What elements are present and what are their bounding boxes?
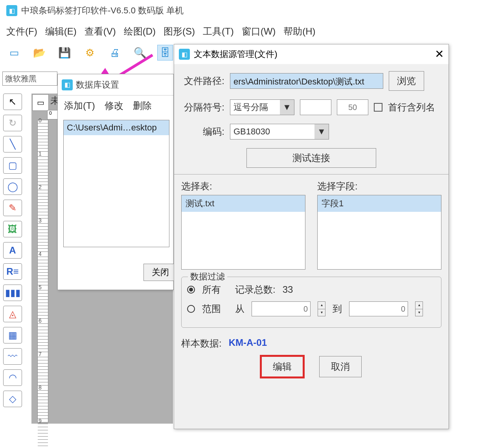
menu-shape[interactable]: 图形(S) [164, 25, 195, 38]
barcode-tool-icon[interactable]: ▮▮▮ [3, 285, 22, 301]
db-window-menu: 添加(T) 修改 删除 [58, 95, 173, 116]
separator-value: 逗号分隔 [233, 101, 268, 113]
line-tool-icon[interactable]: ╲ [3, 136, 22, 152]
radio-range-label: 范围 [202, 303, 221, 315]
curve-tool-icon[interactable]: 〰 [3, 348, 22, 365]
select-table-label: 选择表: [181, 180, 305, 193]
encoding-value: GB18030 [233, 127, 270, 137]
refresh-tool-icon[interactable]: ↻ [3, 115, 22, 131]
field-list-item[interactable]: 字段1 [318, 195, 441, 212]
first-row-checkbox[interactable] [374, 103, 382, 112]
separator-label: 分隔符号: [181, 101, 224, 114]
menu-tool[interactable]: 工具(T) [203, 25, 234, 38]
table-list-item[interactable]: 测试.txt [182, 195, 305, 212]
browse-button[interactable]: 浏览 [389, 71, 424, 91]
db-connection-list[interactable]: C:\Users\Admi…esktop [63, 120, 169, 247]
sample-value: KM-A-01 [229, 337, 267, 350]
preview-icon[interactable]: 🔍 [132, 45, 148, 61]
test-connection-button[interactable]: 测试连接 [246, 148, 376, 168]
encoding-label: 编码: [181, 125, 224, 138]
font-name-input[interactable] [2, 72, 57, 86]
ds-titlebar: ◧ 文本数据源管理(文件) ✕ [174, 44, 449, 64]
database-settings-window: ◧ 数据库设置 添加(T) 修改 删除 C:\Users\Admi…esktop… [57, 74, 174, 290]
db-close-button[interactable]: 关闭 [143, 264, 177, 281]
from-spinner[interactable]: ▴▾ [318, 301, 325, 316]
ellipse-tool-icon[interactable]: ◯ [3, 178, 22, 195]
separator-line [174, 174, 449, 174]
left-toolbar: ↖ ↻ ╲ ▢ ◯ ✎ 🖼 A R≡ ▮▮▮ ◬ ▦ 〰 ◠ ◇ [3, 94, 26, 407]
chevron-down-icon: ▼ [314, 124, 329, 139]
ds-body: 文件路径: ers\Administrator\Desktop\测试.txt 浏… [174, 64, 449, 377]
to-input[interactable] [349, 301, 408, 316]
datasource-dialog: ◧ 文本数据源管理(文件) ✕ 文件路径: ers\Administrator\… [174, 44, 449, 429]
radio-range[interactable] [187, 305, 195, 313]
to-label: 到 [333, 303, 342, 315]
triangle-tool-icon[interactable]: ◬ [3, 306, 22, 322]
text-r-tool-icon[interactable]: R≡ [3, 263, 22, 280]
close-icon[interactable]: ✕ [435, 48, 444, 61]
menu-file[interactable]: 文件(F) [6, 25, 37, 38]
new-icon[interactable]: ▭ [6, 45, 22, 61]
db-delete-menu[interactable]: 删除 [133, 99, 152, 112]
settings-icon[interactable]: ⚙ [82, 45, 97, 61]
new-doc-tab-icon[interactable]: ▭ [32, 94, 49, 111]
data-filter-group: 数据过滤 所有 记录总数: 33 范围 从 ▴▾ 到 ▴▾ [181, 277, 441, 328]
menu-edit[interactable]: 编辑(E) [45, 25, 77, 38]
path-input[interactable]: ers\Administrator\Desktop\测试.txt [230, 73, 383, 89]
menu-bar: 文件(F) 编辑(E) 查看(V) 绘图(D) 图形(S) 工具(T) 窗口(W… [0, 21, 478, 42]
pen-tool-icon[interactable]: ✎ [3, 200, 22, 216]
save-icon[interactable]: 💾 [57, 45, 72, 61]
shape-tool-icon[interactable]: ◇ [3, 391, 22, 407]
db-add-menu[interactable]: 添加(T) [64, 99, 95, 112]
db-list-item[interactable]: C:\Users\Admi…esktop [64, 120, 169, 135]
menu-help[interactable]: 帮助(H) [283, 25, 315, 38]
qrcode-tool-icon[interactable]: ▦ [3, 327, 22, 343]
encoding-select[interactable]: GB18030 ▼ [230, 124, 329, 140]
chevron-down-icon: ▼ [280, 100, 294, 115]
db-window-title: 数据库设置 [76, 79, 119, 91]
cursor-tool-icon[interactable]: ↖ [3, 94, 22, 110]
sample-label: 样本数据: [181, 337, 222, 350]
filter-legend: 数据过滤 [188, 271, 227, 283]
ds-dialog-title: 文本数据源管理(文件) [194, 48, 278, 60]
arc-tool-icon[interactable]: ◠ [3, 369, 22, 386]
record-count-label: 记录总数: [235, 283, 276, 296]
menu-window[interactable]: 窗口(W) [242, 25, 276, 38]
menu-draw[interactable]: 绘图(D) [124, 25, 156, 38]
app-titlebar: ◧ 中琅条码标签打印软件-V6.5.0 数码版 单机 [0, 0, 478, 21]
text-a-tool-icon[interactable]: A [3, 242, 22, 259]
separator-extra-input[interactable] [300, 99, 331, 115]
to-spinner[interactable]: ▴▾ [415, 301, 423, 316]
menu-view[interactable]: 查看(V) [85, 25, 116, 38]
app-title: 中琅条码标签打印软件-V6.5.0 数码版 单机 [21, 5, 184, 17]
db-modify-menu[interactable]: 修改 [105, 99, 123, 112]
path-label: 文件路径: [181, 75, 224, 87]
separator-num-input[interactable] [337, 99, 368, 115]
app-icon: ◧ [6, 5, 17, 16]
from-input[interactable] [252, 301, 311, 316]
ds-dialog-icon: ◧ [179, 49, 190, 60]
image-tool-icon[interactable]: 🖼 [3, 221, 22, 237]
cancel-button[interactable]: 取消 [319, 356, 362, 377]
print-icon[interactable]: 🖨 [107, 45, 123, 61]
open-icon[interactable]: 📂 [31, 45, 47, 61]
from-label: 从 [235, 303, 245, 315]
edit-button[interactable]: 编辑 [261, 356, 303, 377]
radio-all-label: 所有 [202, 283, 221, 296]
database-icon[interactable]: 🗄 [157, 45, 173, 61]
table-list[interactable]: 测试.txt [181, 195, 305, 270]
rounded-rect-tool-icon[interactable]: ▢ [3, 157, 22, 174]
select-field-label: 选择字段: [317, 180, 441, 193]
radio-all[interactable] [187, 286, 195, 294]
ruler-vertical: 0 1 2 3 4 5 6 7 8 9 [37, 120, 48, 422]
db-window-titlebar: ◧ 数据库设置 [58, 74, 173, 95]
field-list[interactable]: 字段1 [317, 195, 441, 270]
db-window-icon: ◧ [62, 79, 73, 90]
first-row-label: 首行含列名 [388, 101, 435, 114]
record-count-value: 33 [283, 284, 293, 295]
separator-select[interactable]: 逗号分隔 ▼ [230, 99, 294, 115]
